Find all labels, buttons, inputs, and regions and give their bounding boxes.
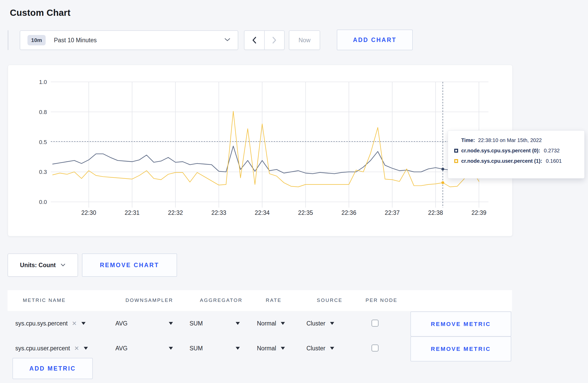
tooltip-series-user: cr.node.sys.cpu.user.percent (1): 0.1601 — [454, 158, 578, 164]
caret-down-icon — [169, 347, 173, 350]
time-range-label: Past 10 Minutes — [54, 37, 97, 44]
header-metric-name: METRIC NAME — [23, 297, 66, 303]
tooltip-time: Time:22:38:10 on Mar 15th, 2022 — [461, 137, 578, 143]
header-rate: RATE — [266, 297, 282, 303]
series-sys-legend-icon — [454, 149, 458, 153]
time-pager — [244, 30, 285, 50]
svg-text:22:38: 22:38 — [428, 209, 443, 216]
source-select[interactable]: Cluster — [306, 345, 334, 352]
svg-text:22:37: 22:37 — [385, 209, 400, 216]
downsampler-select[interactable]: AVG — [115, 345, 173, 352]
svg-text:22:30: 22:30 — [81, 209, 96, 216]
svg-text:0.0: 0.0 — [39, 199, 47, 205]
close-icon[interactable]: ✕ — [72, 320, 77, 327]
remove-metric-button[interactable]: REMOVE METRIC — [410, 311, 511, 337]
svg-text:1.0: 1.0 — [39, 79, 47, 85]
per-node-checkbox[interactable] — [372, 344, 379, 351]
caret-down-icon — [281, 322, 285, 325]
chart-tooltip: Time:22:38:10 on Mar 15th, 2022 cr.node.… — [448, 130, 585, 179]
per-node-checkbox[interactable] — [372, 320, 379, 327]
caret-down-icon — [84, 347, 88, 350]
add-chart-button[interactable]: ADD CHART — [337, 30, 413, 50]
caret-down-icon — [330, 322, 334, 325]
page-title: Custom Chart — [10, 8, 71, 18]
metric-row: sys.cpu.sys.percent ✕ AVG SUM Normal Clu… — [0, 311, 588, 336]
header-source: SOURCE — [317, 297, 342, 303]
svg-text:22:36: 22:36 — [341, 209, 356, 216]
chevron-right-icon — [272, 37, 277, 44]
time-range-badge: 10m — [27, 35, 46, 45]
close-icon[interactable]: ✕ — [74, 345, 79, 352]
aggregator-select[interactable]: SUM — [190, 345, 240, 352]
prev-time-button[interactable] — [244, 31, 264, 49]
metric-name-select[interactable]: sys.cpu.user.percent ✕ — [15, 345, 88, 352]
svg-text:22:31: 22:31 — [125, 209, 140, 216]
series-sys-value: 0.2732 — [544, 148, 560, 154]
svg-text:22:35: 22:35 — [298, 209, 313, 216]
header-per-node: PER NODE — [366, 297, 397, 303]
metric-row: sys.cpu.user.percent ✕ AVG SUM Normal Cl… — [0, 336, 588, 361]
caret-down-icon — [236, 322, 240, 325]
units-selector[interactable]: Units: Count — [8, 253, 78, 277]
svg-text:22:32: 22:32 — [168, 209, 183, 216]
caret-down-icon — [81, 322, 86, 325]
header-aggregator: AGGREGATOR — [200, 297, 242, 303]
source-select[interactable]: Cluster — [306, 320, 334, 327]
metric-name-select[interactable]: sys.cpu.sys.percent ✕ — [15, 320, 86, 327]
time-range-selector[interactable]: 10m Past 10 Minutes — [20, 30, 238, 50]
rate-select[interactable]: Normal — [257, 345, 285, 352]
add-metric-button[interactable]: ADD METRIC — [12, 358, 93, 379]
svg-text:0.5: 0.5 — [39, 139, 47, 145]
chevron-down-icon — [60, 264, 66, 267]
caret-down-icon — [169, 322, 173, 325]
units-label: Units: Count — [20, 262, 56, 269]
caret-down-icon — [281, 347, 285, 350]
tooltip-series-sys: cr.node.sys.cpu.sys.percent (0): 0.2732 — [454, 148, 578, 154]
now-button[interactable]: Now — [289, 30, 320, 50]
svg-text:0.8: 0.8 — [39, 109, 47, 115]
svg-text:0.3: 0.3 — [39, 169, 47, 175]
series-user-value: 0.1601 — [546, 158, 562, 164]
aggregator-select[interactable]: SUM — [190, 320, 240, 327]
remove-chart-button[interactable]: REMOVE CHART — [82, 253, 177, 277]
rate-select[interactable]: Normal — [257, 320, 285, 327]
caret-down-icon — [236, 347, 240, 350]
svg-text:22:39: 22:39 — [472, 209, 487, 216]
cpu-usage-chart[interactable]: 0.00.30.50.81.022:3022:3122:3222:3322:34… — [8, 65, 512, 236]
chevron-down-icon — [224, 38, 230, 42]
series-user-legend-icon — [454, 159, 458, 163]
chevron-left-icon — [252, 37, 257, 44]
header-downsampler: DOWNSAMPLER — [125, 297, 173, 303]
metrics-table-header: METRIC NAME DOWNSAMPLER AGGREGATOR RATE … — [8, 290, 512, 311]
chart-card: 0.00.30.50.81.022:3022:3122:3222:3322:34… — [8, 65, 513, 236]
svg-text:22:34: 22:34 — [255, 209, 270, 216]
downsampler-select[interactable]: AVG — [115, 320, 173, 327]
toolbar-divider — [8, 30, 8, 50]
remove-metric-button[interactable]: REMOVE METRIC — [410, 336, 511, 361]
svg-text:22:33: 22:33 — [211, 209, 226, 216]
next-time-button[interactable] — [264, 31, 284, 49]
caret-down-icon — [330, 347, 334, 350]
